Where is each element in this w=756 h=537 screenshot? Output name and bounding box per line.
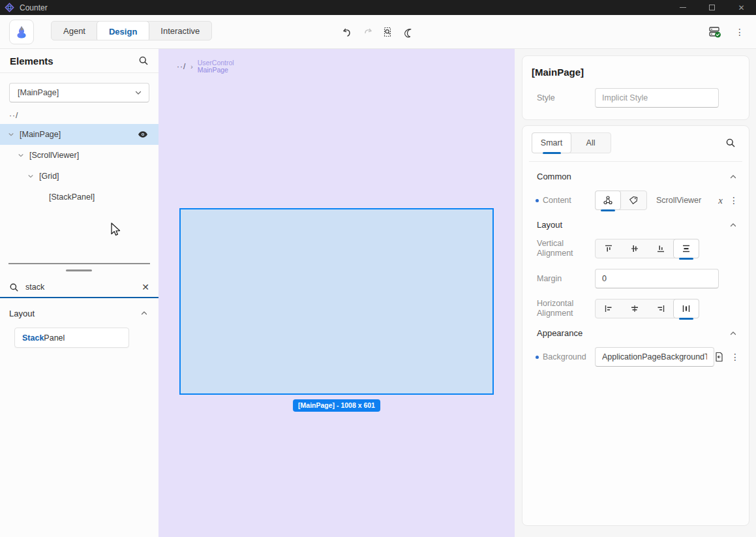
background-more-icon[interactable]: ⋮ [731, 352, 740, 362]
window-title: Counter [20, 3, 48, 12]
appearance-section-header[interactable]: Appearance [532, 328, 740, 338]
halign-center-button[interactable] [622, 299, 648, 318]
clear-search-icon[interactable]: ✕ [142, 282, 149, 292]
content-mode-element-button[interactable] [595, 191, 621, 210]
valign-top-button[interactable] [596, 239, 622, 258]
layout-section-header[interactable]: Layout [532, 220, 740, 230]
background-row-actions: ⋮ [714, 352, 741, 362]
tree-item-label: [Grid] [39, 172, 59, 181]
toolbox-search-input[interactable] [25, 283, 142, 292]
modified-dot [536, 356, 539, 359]
divider [529, 161, 742, 162]
tab-smart[interactable]: Smart [532, 132, 571, 153]
elements-panel: Elements [MainPage] ··/ [MainPage] [Scro… [0, 49, 159, 537]
margin-label: Margin [532, 274, 595, 284]
tab-all[interactable]: All [571, 133, 611, 153]
toolbox-results: Layout StackPanel [0, 301, 159, 348]
chevron-down-icon [134, 89, 142, 97]
properties-search-icon[interactable] [725, 138, 740, 148]
toolbar-icon-group [340, 15, 415, 49]
chevron-up-icon [140, 309, 148, 317]
data-source-status-button[interactable] [708, 25, 722, 39]
content-mode-tag-button[interactable] [620, 191, 646, 209]
selection-size-badge: [MainPage] - 1008 x 601 [293, 399, 380, 412]
halign-stretch-button[interactable] [673, 299, 699, 318]
canvas-breadcrumb: ··/ › UserControl MainPage [177, 59, 234, 74]
redo-button[interactable] [360, 25, 374, 39]
tree-item-stackpanel[interactable]: [StackPanel] [0, 187, 159, 207]
toolbox-item-stackpanel[interactable]: StackPanel [14, 328, 129, 348]
tab-agent[interactable]: Agent [52, 22, 97, 40]
layout-section-title: Layout [537, 220, 562, 230]
panel-splitter-handle[interactable] [66, 269, 92, 271]
close-icon: ✕ [738, 3, 744, 12]
margin-input[interactable] [595, 269, 719, 288]
content-row-actions: x ⋮ [718, 195, 740, 206]
valign-bottom-button[interactable] [648, 239, 674, 258]
chevron-right-icon: › [190, 63, 192, 70]
appearance-section-title: Appearance [537, 328, 582, 338]
resource-doc-icon[interactable] [714, 352, 724, 362]
toolbox-item-rest: Panel [44, 333, 65, 343]
toolbar: Agent Design Interactive ⋮ [0, 15, 756, 49]
tab-design[interactable]: Design [97, 21, 149, 40]
layout-category-header[interactable]: Layout [0, 301, 159, 325]
root-element-dropdown[interactable]: [MainPage] [9, 83, 149, 102]
mouse-cursor [109, 222, 122, 236]
tree-item-grid[interactable]: [Grid] [0, 166, 159, 187]
canvas-breadcrumb-root[interactable]: ··/ [177, 62, 186, 71]
chevron-up-icon [729, 173, 737, 181]
eye-icon[interactable] [138, 130, 148, 138]
brand-logo-button[interactable] [9, 20, 34, 44]
horizontal-alignment-toggle [595, 299, 699, 318]
align-bottom-icon [656, 243, 666, 254]
undo-button[interactable] [340, 25, 354, 39]
style-input[interactable] [595, 88, 719, 108]
elements-search-icon[interactable] [138, 55, 149, 66]
horizontal-alignment-row: Horizontal Alignment [532, 299, 740, 318]
blue-flame-icon [14, 24, 29, 40]
tree-item-scrollviewer[interactable]: [ScrollViewer] [0, 145, 159, 166]
content-more-icon[interactable]: ⋮ [729, 195, 738, 206]
valign-center-button[interactable] [622, 239, 648, 258]
chevron-down-icon[interactable] [27, 173, 34, 179]
background-label: Background [543, 352, 586, 362]
canvas-breadcrumb-type: UserControl [198, 59, 234, 67]
toolbox-search: ✕ [0, 277, 159, 298]
content-value: ScrollViewer [656, 196, 701, 205]
canvas-breadcrumb-node[interactable]: UserControl MainPage [198, 59, 234, 74]
close-button[interactable]: ✕ [727, 0, 756, 15]
binding-x-icon[interactable]: x [718, 195, 723, 206]
maximize-button[interactable] [697, 0, 727, 15]
properties-title: [MainPage] [532, 67, 740, 78]
background-input[interactable] [595, 347, 714, 367]
valign-stretch-button[interactable] [673, 239, 699, 258]
chevron-down-icon[interactable] [8, 131, 14, 138]
more-menu-button[interactable]: ⋮ [733, 25, 747, 39]
tab-interactive[interactable]: Interactive [149, 22, 211, 40]
layout-category-title: Layout [9, 309, 35, 318]
minimize-button[interactable] [668, 0, 697, 15]
content-label-group: Content [532, 196, 595, 206]
align-left-icon [603, 303, 614, 314]
halign-right-button[interactable] [648, 299, 674, 318]
chevron-down-icon[interactable] [18, 152, 24, 159]
main-area: Elements [MainPage] ··/ [MainPage] [Scro… [0, 49, 756, 537]
design-canvas[interactable]: ··/ › UserControl MainPage [MainPage] - … [159, 49, 515, 537]
align-right-icon [656, 303, 666, 314]
properties-tabs-row: Smart All [532, 132, 740, 153]
titlebar: Counter ✕ [0, 0, 756, 15]
content-mode-toggle [595, 191, 647, 210]
content-label: Content [543, 196, 571, 206]
common-section-header[interactable]: Common [532, 172, 740, 181]
halign-left-button[interactable] [596, 299, 622, 318]
artboard-mainpage[interactable] [179, 208, 494, 395]
theme-toggle-moon-button[interactable] [401, 25, 415, 39]
align-hcenter-icon [629, 303, 640, 314]
element-graph-icon [603, 195, 613, 206]
zoom-to-selection-button[interactable] [380, 25, 395, 39]
tree-item-mainpage[interactable]: [MainPage] [0, 124, 159, 145]
elements-breadcrumb[interactable]: ··/ [9, 111, 159, 120]
properties-card: Smart All Common Content [522, 125, 749, 526]
vertical-alignment-row: Vertical Alignment [532, 239, 740, 258]
